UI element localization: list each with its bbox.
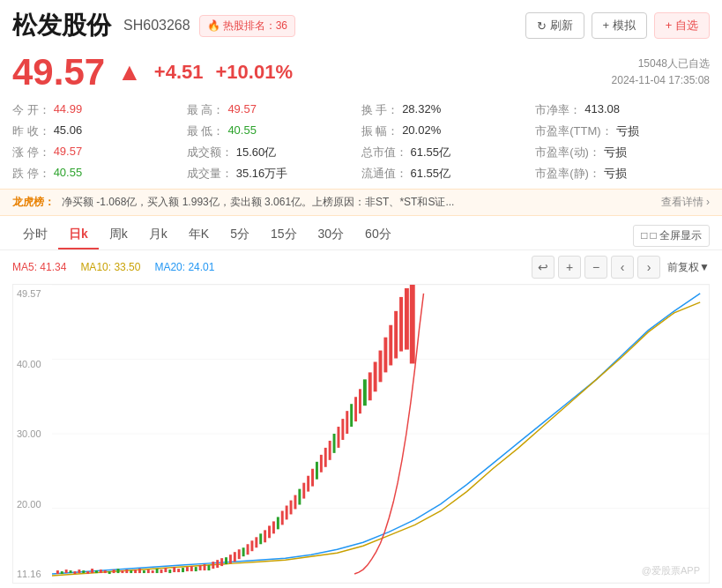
svg-rect-62 (302, 483, 305, 499)
price-row: 49.57 ▲ +4.51 +10.01% 15048人已自选 2024-11-… (0, 48, 722, 95)
timestamp: 2024-11-04 17:35:08 (612, 72, 710, 89)
svg-rect-12 (86, 571, 89, 574)
svg-rect-7 (65, 569, 68, 573)
chart-controls: MA5: 41.34 MA10: 33.50 MA20: 24.01 ↩ + −… (0, 250, 722, 284)
zoom-in-button[interactable]: + (558, 256, 581, 279)
stat-pb: 市净率： 413.08 (535, 100, 710, 120)
adj-label[interactable]: 前复权▼ (667, 260, 710, 275)
svg-rect-45 (229, 555, 232, 563)
svg-rect-26 (147, 569, 150, 573)
zoom-out-button[interactable]: − (584, 256, 607, 279)
hot-badge[interactable]: 🔥 热股排名：36 (199, 15, 295, 37)
svg-rect-23 (134, 569, 137, 573)
header: 松发股份 SH603268 🔥 热股排名：36 ↻ 刷新 + 模拟 + 自选 (0, 0, 722, 48)
tab-fen-shi[interactable]: 分时 (12, 221, 58, 249)
stat-pe-ttm: 市盈率(TTM)： 亏损 (535, 122, 710, 141)
svg-rect-16 (104, 570, 107, 573)
stock-name: 松发股份 (12, 9, 111, 42)
dragon-tiger-bar: 龙虎榜： 净买额 -1.068亿，买入额 1.993亿，卖出额 3.061亿。上… (0, 189, 722, 216)
svg-rect-76 (363, 379, 367, 406)
stock-code: SH603268 (123, 18, 190, 33)
svg-rect-36 (190, 566, 193, 571)
tab-60min[interactable]: 60分 (354, 221, 402, 249)
stat-float-cap: 流通值： 61.55亿 (361, 164, 536, 183)
tab-15min[interactable]: 15分 (260, 221, 308, 249)
tab-year-k[interactable]: 年K (178, 221, 220, 249)
svg-rect-44 (225, 557, 227, 564)
tab-5min[interactable]: 5分 (220, 221, 260, 249)
svg-rect-65 (316, 462, 318, 480)
svg-rect-70 (337, 427, 339, 448)
svg-rect-6 (61, 571, 63, 574)
stat-amount: 成交额： 15.60亿 (187, 143, 361, 162)
top-right-info: 15048人已自选 2024-11-04 17:35:08 (612, 56, 710, 89)
svg-rect-58 (286, 506, 288, 520)
svg-rect-68 (329, 441, 331, 460)
tab-week-k[interactable]: 周k (99, 221, 138, 249)
chart-canvas (52, 285, 709, 583)
svg-rect-24 (138, 569, 141, 573)
refresh-icon: ↻ (537, 19, 547, 33)
tab-30min[interactable]: 30分 (308, 221, 355, 249)
dragon-tiger-link[interactable]: 查看详情 › (661, 195, 710, 210)
svg-rect-47 (238, 549, 241, 559)
stat-turnover: 换 手： 28.32% (361, 100, 536, 120)
simulate-button[interactable]: + 模拟 (592, 12, 647, 39)
svg-rect-85 (410, 285, 415, 363)
svg-rect-20 (121, 570, 123, 573)
dragon-tiger-text: 净买额 -1.068亿，买入额 1.993亿，卖出额 3.061亿。上榜原因：非… (62, 195, 454, 210)
svg-rect-33 (177, 569, 180, 572)
svg-rect-82 (394, 311, 398, 359)
svg-rect-80 (383, 338, 387, 373)
svg-rect-49 (247, 544, 249, 555)
price-up-arrow: ▲ (117, 58, 142, 86)
svg-rect-61 (298, 489, 301, 505)
ma5-label: MA5: 41.34 (12, 261, 66, 273)
stat-total-cap: 总市值： 61.55亿 (361, 143, 536, 162)
stats-grid: 今 开： 44.99 最 高： 49.57 换 手： 28.32% 市净率： 4… (0, 95, 722, 189)
svg-rect-53 (264, 530, 266, 542)
refresh-button[interactable]: ↻ 刷新 (525, 12, 584, 39)
svg-rect-19 (117, 569, 120, 573)
svg-rect-42 (216, 560, 219, 568)
svg-rect-46 (234, 552, 236, 562)
svg-rect-31 (168, 569, 171, 573)
fullscreen-button[interactable]: □ □ 全屏显示 (633, 225, 710, 247)
y-label-40: 40.00 (17, 359, 48, 369)
svg-rect-55 (272, 521, 275, 533)
undo-button[interactable]: ↩ (532, 256, 555, 279)
user-count: 15048人已自选 (612, 56, 710, 72)
stock-chart: 49.57 40.00 30.00 20.00 11.16 (12, 284, 710, 584)
svg-rect-14 (95, 570, 98, 573)
svg-rect-11 (82, 570, 85, 573)
stat-limit-up: 涨 停： 49.57 (12, 143, 187, 162)
svg-rect-10 (78, 569, 80, 573)
tab-month-k[interactable]: 月k (138, 221, 178, 249)
chart-action-buttons: ↩ + − ‹ › 前复权▼ (532, 256, 710, 279)
stat-amplitude: 振 幅： 20.02% (361, 122, 536, 141)
dragon-tiger-title: 龙虎榜： (12, 195, 55, 210)
header-actions: ↻ 刷新 + 模拟 + 自选 (525, 12, 710, 39)
tab-day-k[interactable]: 日k (58, 221, 99, 249)
hot-label: 热股排名：36 (223, 19, 287, 33)
svg-rect-15 (100, 569, 102, 573)
svg-rect-81 (389, 325, 392, 366)
svg-rect-29 (160, 569, 163, 573)
prev-button[interactable]: ‹ (611, 256, 634, 279)
svg-rect-8 (70, 570, 72, 573)
y-label-bottom: 11.16 (17, 569, 48, 579)
ma10-label: MA10: 33.50 (80, 261, 140, 273)
svg-rect-57 (281, 510, 284, 525)
svg-rect-83 (399, 297, 403, 352)
favorite-button[interactable]: + 自选 (654, 12, 710, 39)
stat-high: 最 高： 49.57 (187, 100, 361, 120)
chart-tabs: 分时 日k 周k 月k 年K 5分 15分 30分 60分 □ □ 全屏显示 (0, 216, 722, 250)
watermark: @爱股票APP (642, 564, 700, 577)
svg-rect-30 (164, 568, 167, 572)
ma20-label: MA20: 24.01 (154, 261, 214, 273)
next-button[interactable]: › (637, 256, 660, 279)
fire-icon: 🔥 (207, 19, 220, 32)
fullscreen-icon: □ (641, 229, 647, 242)
price-change-pct: +10.01% (216, 61, 293, 84)
svg-rect-28 (156, 569, 159, 573)
